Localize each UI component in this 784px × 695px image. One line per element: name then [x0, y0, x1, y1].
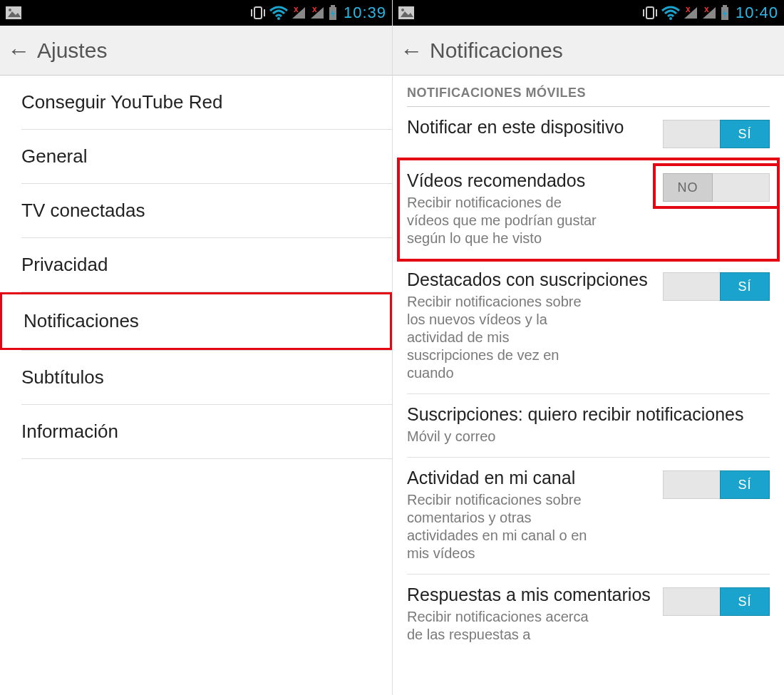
notif-item-recommended[interactable]: Vídeos recomendados Recibir notificacion…	[393, 160, 784, 259]
notif-desc: Recibir notificaciones sobre comentarios…	[407, 491, 599, 562]
screen-right: x x 10:40 ← Notificaciones NOTIFICACIONE…	[392, 0, 784, 695]
back-arrow-icon[interactable]: ←	[400, 39, 423, 62]
toggle-channel-activity[interactable]: SÍ	[663, 470, 770, 499]
notif-title: Respuestas a mis comentarios	[407, 585, 654, 605]
notifications-list: Notificar en este dispositivo SÍ Vídeos …	[393, 107, 784, 695]
settings-item-youtube-red[interactable]: Conseguir YouTube Red	[0, 76, 392, 129]
status-time: 10:40	[736, 4, 778, 22]
screen-left: x x 10:39 ← Ajustes Conseguir YouTube Re…	[0, 0, 392, 695]
settings-item-privacy[interactable]: Privacidad	[0, 238, 392, 292]
svg-text:x: x	[294, 6, 299, 14]
settings-item-info[interactable]: Información	[0, 405, 392, 458]
svg-point-2	[9, 9, 11, 11]
signal-no-icon: x	[309, 6, 325, 20]
notif-desc: Recibir notificaciones acerca de las res…	[407, 608, 599, 644]
notif-title: Notificar en este dispositivo	[407, 117, 654, 138]
toggle-recommended[interactable]: NO	[663, 173, 770, 202]
signal-no-icon: x	[701, 6, 717, 20]
notif-item-replies[interactable]: Respuestas a mis comentarios Recibir not…	[393, 575, 784, 655]
svg-text:x: x	[686, 6, 691, 14]
svg-point-14	[401, 9, 404, 11]
page-title: Ajustes	[37, 38, 107, 63]
battery-charging-icon	[720, 5, 730, 21]
header-left[interactable]: ← Ajustes	[0, 26, 392, 76]
settings-item-subtitles[interactable]: Subtítulos	[0, 351, 392, 404]
svg-text:x: x	[312, 6, 317, 14]
svg-rect-15	[646, 7, 654, 19]
signal-no-icon: x	[683, 6, 698, 20]
svg-text:x: x	[704, 6, 709, 14]
toggle-replies[interactable]: SÍ	[663, 587, 770, 616]
vibrate-icon	[641, 5, 659, 21]
toggle-highlights[interactable]: SÍ	[663, 272, 770, 301]
status-time: 10:39	[344, 4, 386, 22]
notif-title: Vídeos recomendados	[407, 170, 654, 191]
settings-item-general[interactable]: General	[0, 130, 392, 183]
wifi-icon	[661, 6, 680, 20]
svg-point-4	[277, 17, 280, 20]
svg-rect-10	[331, 5, 335, 7]
picture-icon	[6, 6, 21, 19]
svg-rect-22	[723, 5, 727, 7]
section-title-mobile: NOTIFICACIONES MÓVILES	[393, 76, 784, 106]
signal-no-icon: x	[291, 6, 306, 20]
notif-title: Suscripciones: quiero recibir notificaci…	[407, 404, 770, 425]
settings-item-notifications[interactable]: Notificaciones	[0, 292, 392, 350]
settings-item-tv[interactable]: TV conectadas	[0, 184, 392, 237]
toggle-device[interactable]: SÍ	[663, 120, 770, 148]
notif-desc: Recibir notificaciones sobre los nuevos …	[407, 293, 599, 382]
notif-item-subscriptions[interactable]: Suscripciones: quiero recibir notificaci…	[393, 394, 784, 457]
page-title: Notificaciones	[430, 38, 563, 63]
notif-item-channel-activity[interactable]: Actividad en mi canal Recibir notificaci…	[393, 458, 784, 574]
header-right[interactable]: ← Notificaciones	[393, 26, 784, 76]
picture-icon	[398, 6, 414, 19]
notif-title: Actividad en mi canal	[407, 468, 654, 488]
status-bar-left: x x 10:39	[0, 0, 392, 26]
svg-rect-3	[254, 7, 262, 19]
notif-title: Destacados con suscripciones	[407, 269, 654, 290]
wifi-icon	[269, 6, 288, 20]
notif-desc: Recibir notificaciones de vídeos que me …	[407, 194, 599, 247]
status-bar-right: x x 10:40	[393, 0, 784, 26]
vibrate-icon	[249, 5, 267, 21]
notif-desc: Móvil y correo	[407, 428, 770, 446]
notif-item-device[interactable]: Notificar en este dispositivo SÍ	[393, 107, 784, 160]
back-arrow-icon[interactable]: ←	[7, 39, 30, 62]
settings-list: Conseguir YouTube Red General TV conecta…	[0, 76, 392, 695]
notif-item-highlights[interactable]: Destacados con suscripciones Recibir not…	[393, 259, 784, 393]
svg-point-16	[669, 17, 672, 20]
battery-charging-icon	[328, 5, 338, 21]
